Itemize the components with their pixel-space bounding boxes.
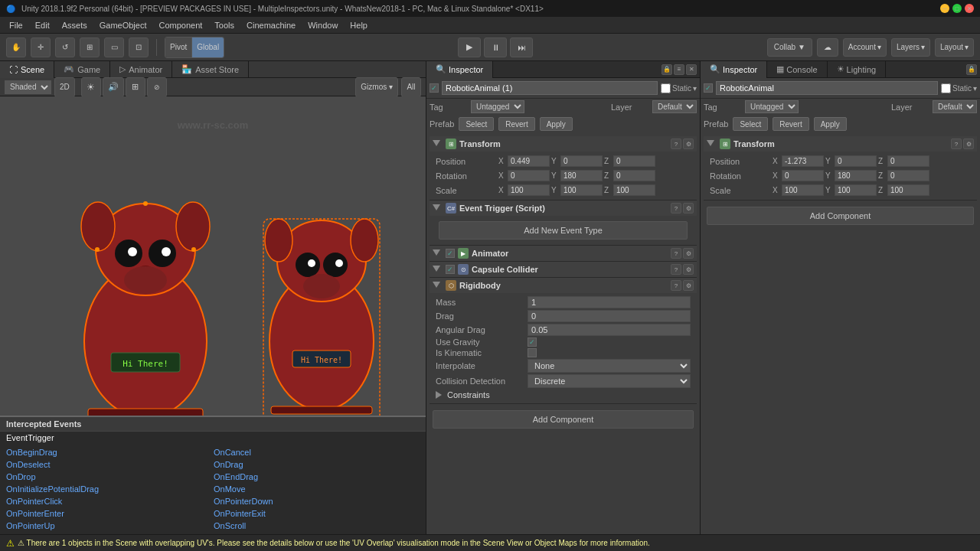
settings-icon-an[interactable]: ⚙	[683, 248, 694, 259]
pos-z-right[interactable]	[887, 155, 929, 167]
prefab-select-btn-right[interactable]: Select	[733, 117, 768, 131]
audio-toggle[interactable]: 🔊	[103, 77, 124, 97]
tab-inspector-right[interactable]: 🔍 Inspector	[701, 61, 767, 78]
static-chevron-right[interactable]: ▾	[973, 84, 977, 93]
step-button[interactable]: ⏭	[510, 37, 533, 57]
menu-item-help[interactable]: Help	[344, 19, 374, 31]
menu-item-gameobject[interactable]: GameObject	[93, 19, 153, 31]
prefab-select-btn[interactable]: Select	[459, 117, 494, 131]
vfx-toggle[interactable]: ⊞	[126, 77, 145, 97]
use-gravity-checkbox[interactable]	[528, 337, 537, 347]
event-drag[interactable]: OnDrag	[214, 459, 420, 470]
menu-item-file[interactable]: File	[3, 19, 29, 31]
global-button[interactable]: Global	[192, 37, 224, 57]
menu-item-cinemachine[interactable]: Cinemachine	[240, 19, 302, 31]
settings-icon-cc[interactable]: ⚙	[683, 264, 694, 275]
pos-y-right[interactable]	[835, 155, 877, 167]
rot-z-right[interactable]	[887, 170, 929, 181]
object-name-input[interactable]	[442, 81, 658, 95]
help-icon-cc[interactable]: ?	[671, 264, 681, 275]
transform-toggle-right[interactable]	[707, 140, 714, 146]
hand-tool[interactable]: ✋	[6, 37, 26, 57]
settings-icon-rb[interactable]: ⚙	[683, 280, 694, 291]
rot-x-right[interactable]	[782, 170, 824, 181]
all-button[interactable]: All	[401, 77, 421, 97]
add-event-type-btn[interactable]: Add New Event Type	[439, 221, 688, 240]
pos-x-left[interactable]	[508, 155, 550, 167]
shading-mode-select[interactable]: Shaded	[5, 80, 51, 94]
event-ptrExit[interactable]: OnPointerExit	[214, 508, 420, 519]
prefab-apply-btn[interactable]: Apply	[540, 117, 573, 131]
event-cancel[interactable]: OnCancel	[214, 447, 420, 458]
settings-icon-right[interactable]: ⚙	[963, 139, 974, 149]
event-beginDrag[interactable]: OnBeginDrag	[6, 447, 212, 458]
object-name-input-right[interactable]	[716, 81, 938, 95]
layer-select-right[interactable]: Default	[933, 100, 977, 113]
tab-inspector-left[interactable]: 🔍 Inspector	[426, 61, 493, 78]
lock-icon-right[interactable]: 🔒	[966, 64, 977, 75]
scale-y-right[interactable]	[835, 184, 877, 196]
help-icon-right[interactable]: ?	[951, 139, 962, 149]
menu-item-assets[interactable]: Assets	[56, 19, 93, 31]
scale-y-left[interactable]	[560, 184, 603, 196]
static-chevron[interactable]: ▾	[693, 84, 697, 93]
scale-z-left[interactable]	[613, 184, 655, 196]
pos-x-right[interactable]	[782, 155, 824, 167]
play-button[interactable]: ▶	[458, 37, 481, 57]
rect-tool[interactable]: ▭	[104, 37, 124, 57]
transform-header-left[interactable]: ⊞ Transform ? ⚙	[430, 136, 697, 152]
layers-dropdown[interactable]: Layers ▾	[891, 38, 930, 57]
pivot-button[interactable]: Pivot	[165, 37, 192, 57]
menu-item-edit[interactable]: Edit	[29, 19, 56, 31]
gizmos-button[interactable]: Gizmos ▾	[355, 77, 398, 97]
menu-item-tools[interactable]: Tools	[208, 19, 240, 31]
tab-console[interactable]: ▦ Console	[767, 61, 827, 78]
animator-header[interactable]: ▶ Animator ? ⚙	[430, 246, 697, 261]
is-kinematic-checkbox[interactable]	[528, 348, 537, 357]
event-initPotDrag[interactable]: OnInitializePotentialDrag	[6, 484, 212, 494]
move-tool[interactable]: ✛	[31, 37, 51, 57]
animator-toggle[interactable]	[433, 249, 440, 256]
capsule-collider-header[interactable]: ⊙ Capsule Collider ? ⚙	[430, 262, 697, 277]
help-icon-rb[interactable]: ?	[671, 280, 681, 291]
tab-game[interactable]: 🎮 Game	[54, 61, 110, 78]
pause-button[interactable]: ⏸	[484, 37, 507, 57]
event-ptrEnter[interactable]: OnPointerEnter	[6, 508, 212, 519]
layout-dropdown[interactable]: Layout ▾	[935, 38, 974, 57]
tag-select-right[interactable]: Untagged	[745, 100, 799, 113]
account-dropdown[interactable]: Account ▾	[843, 38, 887, 57]
light-toggle[interactable]: ☀	[81, 77, 101, 97]
rigidbody-toggle[interactable]	[433, 282, 440, 288]
transform-toggle-left[interactable]	[433, 140, 440, 146]
angular-drag-input[interactable]	[528, 324, 691, 336]
prefab-revert-btn[interactable]: Revert	[498, 117, 534, 131]
menu-icon[interactable]: ≡	[674, 64, 684, 75]
settings-icon-et[interactable]: ⚙	[683, 203, 694, 214]
event-drop[interactable]: OnDrop	[6, 471, 212, 482]
constraints-toggle[interactable]	[436, 391, 442, 399]
rot-y-left[interactable]	[560, 170, 603, 181]
layer-select[interactable]: Default	[652, 100, 697, 113]
close-inspector-icon[interactable]: ✕	[686, 64, 697, 75]
collision-detection-select[interactable]: Discrete	[528, 374, 691, 388]
event-endDrag[interactable]: OnEndDrag	[214, 471, 420, 482]
hidden-toggle[interactable]: ⊘	[147, 77, 167, 97]
close-button[interactable]: ✕	[965, 4, 974, 13]
event-deselect[interactable]: OnDeselect	[6, 459, 212, 470]
event-trigger-toggle[interactable]	[433, 204, 440, 210]
scale-x-left[interactable]	[508, 184, 550, 196]
help-icon-an[interactable]: ?	[671, 248, 681, 259]
constraints-header[interactable]: Constraints	[436, 389, 691, 401]
help-icon[interactable]: ?	[671, 139, 681, 149]
add-component-btn-left[interactable]: Add Component	[433, 410, 694, 429]
pos-y-left[interactable]	[560, 155, 603, 167]
object-active-checkbox-right[interactable]	[704, 83, 713, 93]
add-component-btn-right[interactable]: Add Component	[707, 207, 974, 225]
menu-item-window[interactable]: Window	[302, 19, 344, 31]
static-checkbox[interactable]	[661, 83, 671, 93]
event-ptrDown[interactable]: OnPointerDown	[214, 496, 420, 507]
scale-x-right[interactable]	[782, 184, 824, 196]
tab-asset-store[interactable]: 🏪 Asset Store	[172, 61, 249, 78]
static-checkbox-right[interactable]	[941, 83, 951, 93]
event-scroll[interactable]: OnScroll	[214, 520, 420, 531]
